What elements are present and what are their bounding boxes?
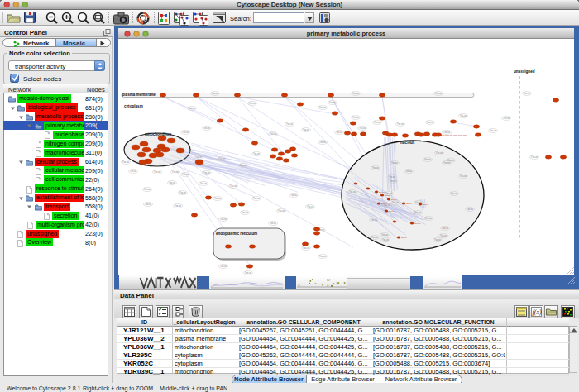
svg-text:Gxxxx: Gxxxx xyxy=(381,203,387,205)
svg-text:Yxx-xx: Yxx-xx xyxy=(203,171,210,174)
svg-text:Yxx-xx: Yxx-xx xyxy=(253,197,260,200)
svg-text:Yxx-xx: Yxx-xx xyxy=(212,92,218,95)
svg-text:Yxx-xx: Yxx-xx xyxy=(319,106,326,109)
svg-text:Yxx-xx: Yxx-xx xyxy=(329,101,336,104)
svg-text:Yxx-xx: Yxx-xx xyxy=(286,122,293,126)
svg-text:Yxx-xx: Yxx-xx xyxy=(195,155,202,159)
svg-text:Gxxxx: Gxxxx xyxy=(389,210,395,213)
svg-text:Yxx-xx: Yxx-xx xyxy=(122,160,129,164)
svg-text:Yxx-xx: Yxx-xx xyxy=(336,131,342,134)
svg-text:Yxx-xx: Yxx-xx xyxy=(169,181,175,184)
svg-text:Yxx-xx: Yxx-xx xyxy=(405,170,412,173)
svg-text:plasma membrane: plasma membrane xyxy=(122,93,156,97)
svg-text:Yxx-xx: Yxx-xx xyxy=(303,128,309,131)
svg-text:unassigned: unassigned xyxy=(514,69,535,74)
svg-text:Yxx-xx: Yxx-xx xyxy=(154,170,160,174)
svg-text:Gxxxx: Gxxxx xyxy=(371,188,376,190)
svg-text:Yxx-xx: Yxx-xx xyxy=(524,92,530,95)
svg-text:Yxx-xx: Yxx-xx xyxy=(440,234,447,237)
svg-text:Yxx-xx: Yxx-xx xyxy=(467,208,473,211)
svg-text:Yxx-xx: Yxx-xx xyxy=(144,188,151,191)
svg-text:Yxx-xx: Yxx-xx xyxy=(434,238,441,241)
svg-text:Yxx-xx: Yxx-xx xyxy=(290,194,297,197)
svg-text:Yxx-xx: Yxx-xx xyxy=(145,203,151,206)
svg-text:Yxx-xx: Yxx-xx xyxy=(249,102,256,105)
svg-text:Yxx-xx: Yxx-xx xyxy=(381,233,388,237)
svg-text:Yxx-xx: Yxx-xx xyxy=(427,121,433,124)
svg-text:Gxxxx: Gxxxx xyxy=(397,221,403,223)
svg-text:Gxxxx: Gxxxx xyxy=(379,191,385,194)
svg-text:Yxx-xx: Yxx-xx xyxy=(270,132,276,136)
svg-text:nucleus: nucleus xyxy=(400,141,415,145)
svg-text:Yxx-xx: Yxx-xx xyxy=(242,211,248,214)
svg-text:Yxx-xx: Yxx-xx xyxy=(436,151,443,155)
svg-text:xxx xxxx xxx xxxx xxxx xxx: xxx xxxx xxx xxxx xxxx xxx xyxy=(441,135,467,137)
svg-text:Yxx-xx: Yxx-xx xyxy=(352,116,359,119)
svg-text:Yxx-xx: Yxx-xx xyxy=(460,114,467,117)
svg-text:Yxx-xx: Yxx-xx xyxy=(371,218,377,222)
svg-text:Gxxxx: Gxxxx xyxy=(406,203,412,205)
svg-text:Yxx-xx: Yxx-xx xyxy=(490,129,496,132)
svg-text:mitochondrion: mitochondrion xyxy=(145,132,171,136)
svg-text:Yxx-xx: Yxx-xx xyxy=(424,158,431,161)
svg-text:Yxx-xx: Yxx-xx xyxy=(182,173,189,176)
svg-text:Yxx-xx: Yxx-xx xyxy=(397,122,404,126)
svg-text:Yxx-xx: Yxx-xx xyxy=(130,170,136,173)
svg-text:Gxxxx: Gxxxx xyxy=(391,198,397,201)
svg-text:Yxx-xx: Yxx-xx xyxy=(531,155,538,159)
svg-text:Gxxxx: Gxxxx xyxy=(414,222,420,225)
svg-text:Gxxxx: Gxxxx xyxy=(385,194,390,197)
svg-text:Yxx-xx: Yxx-xx xyxy=(372,166,379,170)
svg-text:Yxx-xx: Yxx-xx xyxy=(503,117,510,120)
svg-text:cytoplasm: cytoplasm xyxy=(124,104,143,108)
svg-text:Yxx-xx: Yxx-xx xyxy=(230,184,237,188)
svg-text:Yxx-xx: Yxx-xx xyxy=(414,211,421,214)
svg-text:Yxx-xx: Yxx-xx xyxy=(220,265,227,268)
svg-text:Yxx-xx: Yxx-xx xyxy=(200,182,207,185)
svg-text:Yxx-xx: Yxx-xx xyxy=(382,238,389,241)
svg-text:Yxx-xx: Yxx-xx xyxy=(172,170,179,174)
svg-text:Yxx-xx: Yxx-xx xyxy=(307,205,313,208)
svg-text:Yxx-xx: Yxx-xx xyxy=(435,92,442,95)
svg-text:Yxx-xx: Yxx-xx xyxy=(203,127,210,130)
svg-text:Yxx-xx: Yxx-xx xyxy=(319,141,326,144)
svg-text:Yxx-xx: Yxx-xx xyxy=(460,174,467,178)
svg-text:Yxx-xx: Yxx-xx xyxy=(371,236,378,239)
svg-text:Yxx-xx: Yxx-xx xyxy=(390,179,396,183)
svg-text:Yxx-xx: Yxx-xx xyxy=(218,157,225,160)
svg-text:Yxx-xx: Yxx-xx xyxy=(245,271,251,275)
svg-text:Yxx-xx: Yxx-xx xyxy=(214,197,221,200)
svg-text:Yxx-xx: Yxx-xx xyxy=(389,175,395,179)
svg-text:Yxx-xx: Yxx-xx xyxy=(443,131,450,134)
svg-text:Yxx-xx: Yxx-xx xyxy=(303,246,309,250)
svg-text:Yxx-xx: Yxx-xx xyxy=(319,255,326,258)
svg-text:f(x): f(x) xyxy=(533,308,542,316)
svg-text:Yxx-xx: Yxx-xx xyxy=(352,92,359,95)
svg-text:Yxx-xx: Yxx-xx xyxy=(392,201,399,204)
svg-text:Gxxxx: Gxxxx xyxy=(358,183,364,185)
svg-text:Yxx-xx: Yxx-xx xyxy=(179,191,186,194)
svg-text:Gxxxx: Gxxxx xyxy=(401,237,407,239)
svg-text:Yxx-xx: Yxx-xx xyxy=(253,152,260,155)
svg-text:Yxx-xx: Yxx-xx xyxy=(240,164,246,167)
svg-text:Yxx-xx: Yxx-xx xyxy=(359,127,366,130)
svg-text:Gxxxx: Gxxxx xyxy=(423,203,428,206)
svg-text:Yxx-xx: Yxx-xx xyxy=(391,161,398,165)
svg-text:Yxx-xx: Yxx-xx xyxy=(189,107,195,110)
svg-text:Yxx-xx: Yxx-xx xyxy=(374,121,380,124)
svg-text:Yxx-xx: Yxx-xx xyxy=(270,222,276,225)
svg-text:Yxx-xx: Yxx-xx xyxy=(447,159,454,162)
svg-text:Yxx-xx: Yxx-xx xyxy=(182,131,189,134)
svg-text:Yxx-xx: Yxx-xx xyxy=(278,209,285,213)
svg-text:Yxx-xx: Yxx-xx xyxy=(451,192,457,195)
svg-text:Yxx-xx: Yxx-xx xyxy=(349,190,356,194)
svg-text:endoplasmic reticulum: endoplasmic reticulum xyxy=(216,232,257,236)
svg-text:Yxx-xx: Yxx-xx xyxy=(442,227,448,230)
svg-text:Yxx-xx: Yxx-xx xyxy=(175,204,181,208)
svg-text:Yxx-xx: Yxx-xx xyxy=(220,218,227,221)
svg-text:Yxx-xx: Yxx-xx xyxy=(425,217,432,220)
